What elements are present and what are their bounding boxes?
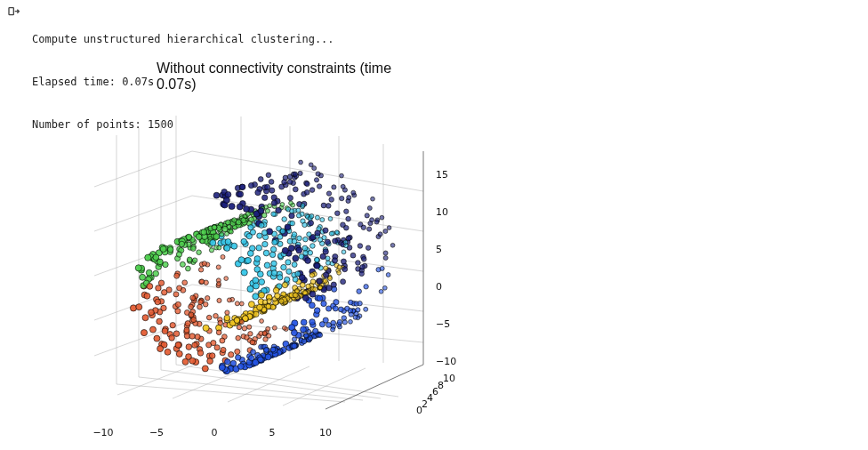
svg-point-184 — [285, 277, 290, 282]
svg-point-770 — [185, 321, 190, 326]
svg-point-793 — [237, 364, 244, 370]
svg-point-221 — [382, 285, 387, 290]
svg-point-557 — [307, 329, 311, 333]
svg-point-836 — [230, 360, 237, 366]
svg-point-603 — [244, 205, 250, 212]
svg-point-761 — [317, 333, 322, 337]
svg-point-705 — [331, 327, 335, 332]
svg-line-5 — [94, 196, 192, 231]
svg-point-750 — [266, 326, 270, 331]
svg-point-638 — [276, 207, 282, 213]
svg-point-116 — [141, 330, 147, 336]
svg-line-27 — [173, 365, 254, 398]
svg-point-515 — [340, 196, 344, 200]
svg-point-459 — [374, 220, 379, 224]
svg-point-643 — [341, 184, 345, 189]
svg-point-580 — [337, 319, 342, 325]
svg-point-335 — [326, 204, 332, 209]
svg-point-820 — [309, 273, 315, 278]
svg-point-857 — [214, 345, 220, 350]
svg-point-565 — [182, 280, 188, 285]
svg-point-479 — [173, 292, 179, 297]
svg-line-26 — [117, 363, 199, 395]
scatter-3d-plot: −10 −5 0 5 10 0 2 4 6 8 10 −10 −5 0 5 — [32, 53, 530, 445]
svg-point-401 — [340, 173, 344, 178]
svg-point-262 — [361, 225, 366, 229]
svg-point-127 — [173, 331, 180, 337]
cell-output: Compute unstructured hierarchical cluste… — [0, 0, 868, 450]
svg-point-815 — [259, 331, 263, 335]
svg-point-753 — [265, 184, 270, 189]
svg-point-553 — [142, 315, 149, 321]
z-ticks: −10 −5 0 5 10 15 — [436, 169, 456, 367]
svg-point-893 — [249, 355, 254, 360]
svg-point-894 — [146, 269, 152, 276]
svg-point-734 — [251, 350, 256, 355]
svg-point-819 — [356, 261, 361, 266]
svg-line-24 — [161, 370, 381, 398]
svg-point-591 — [202, 366, 208, 372]
svg-point-660 — [332, 258, 337, 263]
svg-point-873 — [247, 325, 252, 329]
svg-point-804 — [331, 282, 336, 287]
svg-point-715 — [197, 250, 202, 255]
svg-point-883 — [232, 218, 237, 222]
svg-point-219 — [255, 189, 261, 195]
svg-text:−5: −5 — [436, 318, 450, 330]
svg-text:10: 10 — [443, 373, 455, 384]
svg-point-794 — [253, 283, 259, 289]
svg-point-788 — [237, 204, 243, 210]
svg-point-492 — [350, 253, 356, 258]
svg-point-746 — [209, 353, 215, 359]
svg-point-683 — [280, 203, 285, 207]
svg-point-899 — [301, 339, 307, 344]
svg-point-592 — [351, 190, 356, 195]
svg-point-851 — [153, 270, 159, 277]
svg-point-712 — [224, 245, 230, 251]
svg-text:−10: −10 — [436, 356, 456, 367]
svg-point-483 — [306, 284, 311, 289]
svg-point-891 — [189, 333, 195, 339]
svg-point-588 — [237, 325, 241, 329]
svg-point-858 — [317, 184, 321, 189]
svg-point-579 — [325, 239, 330, 245]
svg-point-919 — [264, 348, 269, 353]
svg-point-699 — [235, 301, 239, 306]
svg-point-230 — [333, 306, 338, 311]
svg-point-556 — [220, 232, 224, 237]
svg-point-745 — [280, 229, 285, 234]
svg-point-855 — [223, 197, 229, 204]
scatter-points — [130, 160, 395, 374]
svg-point-775 — [390, 243, 395, 247]
svg-point-721 — [135, 265, 141, 271]
svg-point-844 — [191, 317, 197, 323]
svg-text:−5: −5 — [149, 427, 164, 438]
svg-text:5: 5 — [269, 427, 276, 438]
x-ticks: −10 −5 0 5 10 — [92, 427, 332, 438]
svg-point-841 — [291, 330, 297, 336]
svg-point-895 — [366, 245, 370, 250]
svg-point-445 — [286, 269, 292, 274]
svg-point-235 — [268, 204, 272, 208]
svg-point-730 — [196, 234, 202, 240]
svg-point-344 — [321, 203, 326, 208]
svg-point-552 — [272, 325, 277, 330]
svg-point-395 — [301, 326, 307, 333]
svg-line-4 — [94, 151, 192, 187]
svg-point-61 — [337, 270, 342, 275]
svg-point-162 — [264, 262, 270, 269]
svg-point-554 — [225, 310, 229, 315]
svg-point-929 — [360, 265, 366, 270]
svg-point-158 — [186, 266, 191, 271]
svg-point-644 — [167, 246, 173, 253]
svg-point-824 — [317, 295, 323, 301]
svg-point-653 — [265, 354, 271, 360]
svg-point-848 — [282, 180, 287, 185]
svg-point-679 — [334, 230, 339, 235]
svg-point-635 — [155, 299, 161, 305]
svg-point-915 — [271, 270, 277, 277]
svg-point-724 — [221, 347, 226, 352]
svg-point-735 — [235, 349, 240, 354]
svg-point-695 — [349, 300, 354, 305]
svg-point-407 — [218, 320, 223, 325]
